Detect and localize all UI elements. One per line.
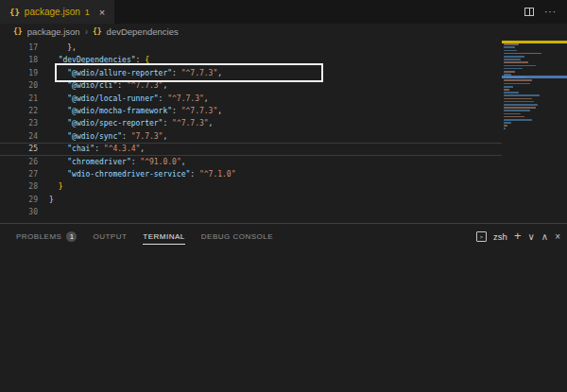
terminal-dropdown-icon[interactable]: ∨ bbox=[528, 231, 535, 242]
code-line[interactable]: 22 "@wdio/mocha-framework": "^7.7.3", bbox=[0, 105, 502, 117]
code-text: "@wdio/sync": "7.7.3", bbox=[49, 130, 167, 143]
minimap[interactable] bbox=[502, 40, 567, 223]
panel-tab-debug-console[interactable]: DEBUG CONSOLE bbox=[201, 224, 273, 248]
close-panel-icon[interactable]: × bbox=[555, 231, 560, 242]
split-editor-icon[interactable] bbox=[524, 8, 534, 16]
maximize-panel-icon[interactable]: ∧ bbox=[541, 231, 548, 242]
code-line[interactable]: 29} bbox=[0, 194, 502, 206]
code-line[interactable]: 23 "@wdio/spec-reporter": "^7.7.3", bbox=[0, 117, 502, 129]
line-number: 18 bbox=[0, 54, 38, 66]
panel-tab-problems[interactable]: PROBLEMS1 bbox=[16, 224, 77, 248]
tab-label: package.json bbox=[25, 7, 80, 17]
line-number: 30 bbox=[0, 206, 38, 218]
terminal-controls: > zsh + ∨ ∧ × bbox=[476, 230, 567, 243]
editor-actions: ··· bbox=[524, 0, 567, 24]
line-number: 26 bbox=[0, 156, 38, 168]
code-line[interactable]: 26 "chromedriver": "^91.0.0", bbox=[0, 156, 502, 168]
highlight-box-editor bbox=[55, 63, 323, 82]
code-text: "chai": "^4.3.4", bbox=[49, 143, 145, 155]
breadcrumb: {} package.json › {} devDependencies bbox=[0, 24, 567, 40]
code-text: "wdio-chromedriver-service": "^7.1.0" bbox=[49, 168, 235, 180]
line-number: 25 bbox=[0, 143, 38, 155]
code-text: } bbox=[49, 180, 62, 193]
chevron-right-icon: › bbox=[85, 26, 88, 37]
close-tab-icon[interactable]: × bbox=[99, 7, 105, 18]
json-file-icon: {} bbox=[9, 8, 20, 17]
code-text: "@wdio/mocha-framework": "^7.7.3", bbox=[49, 105, 222, 117]
json-file-icon: {} bbox=[13, 27, 23, 36]
tab-problem-count: 1 bbox=[85, 8, 90, 17]
minimap-selection-highlight bbox=[502, 76, 567, 78]
code-line[interactable]: 17 }, bbox=[0, 42, 502, 54]
line-number: 23 bbox=[0, 117, 38, 129]
code-text: }, bbox=[49, 42, 77, 54]
line-number: 29 bbox=[0, 194, 38, 206]
line-number: 21 bbox=[0, 93, 38, 105]
line-number: 27 bbox=[0, 168, 38, 180]
line-number: 24 bbox=[0, 130, 38, 143]
panel-tab-terminal[interactable]: TERMINAL bbox=[143, 224, 184, 248]
line-number: 17 bbox=[0, 42, 38, 54]
tab-package-json[interactable]: {} package.json 1 × bbox=[0, 0, 114, 24]
code-editor[interactable]: 17 },18 "devDependencies": {19 "@wdio/al… bbox=[0, 40, 567, 223]
code-line[interactable]: 30 bbox=[0, 206, 502, 218]
editor-tab-bar: {} package.json 1 × ··· bbox=[0, 0, 567, 24]
new-terminal-icon[interactable]: + bbox=[514, 229, 522, 243]
line-number: 22 bbox=[0, 105, 38, 117]
panel-header: PROBLEMS1OUTPUTTERMINALDEBUG CONSOLE > z… bbox=[0, 224, 567, 248]
breadcrumb-symbol[interactable]: devDependencies bbox=[107, 26, 179, 37]
breadcrumb-file[interactable]: package.json bbox=[27, 26, 80, 37]
bottom-panel: PROBLEMS1OUTPUTTERMINALDEBUG CONSOLE > z… bbox=[0, 223, 567, 392]
more-actions-icon[interactable]: ··· bbox=[544, 7, 557, 17]
line-number: 28 bbox=[0, 180, 38, 193]
code-line[interactable]: 25 "chai": "^4.3.4", bbox=[0, 143, 502, 155]
code-text: "chromedriver": "^91.0.0", bbox=[49, 156, 186, 168]
code-line[interactable]: 24 "@wdio/sync": "7.7.3", bbox=[0, 130, 502, 143]
minimap-warning-highlight bbox=[502, 41, 567, 43]
line-number: 19 bbox=[0, 67, 38, 79]
code-line[interactable]: 27 "wdio-chromedriver-service": "^7.1.0" bbox=[0, 168, 502, 180]
panel-tab-output[interactable]: OUTPUT bbox=[93, 224, 127, 248]
code-line[interactable]: 21 "@wdio/local-runner": "^7.7.3", bbox=[0, 93, 502, 105]
shell-name-label[interactable]: zsh bbox=[493, 231, 507, 242]
code-text: "@wdio/local-runner": "^7.7.3", bbox=[49, 93, 209, 105]
problems-count-badge: 1 bbox=[66, 231, 77, 242]
json-symbol-icon: {} bbox=[93, 27, 102, 36]
panel-tabs: PROBLEMS1OUTPUTTERMINALDEBUG CONSOLE bbox=[16, 224, 289, 248]
code-text: "@wdio/spec-reporter": "^7.7.3", bbox=[49, 117, 213, 129]
code-line[interactable]: 28 } bbox=[0, 180, 502, 193]
line-number: 20 bbox=[0, 79, 38, 92]
code-text: } bbox=[49, 194, 54, 206]
terminal-shell-icon: > bbox=[476, 231, 487, 242]
